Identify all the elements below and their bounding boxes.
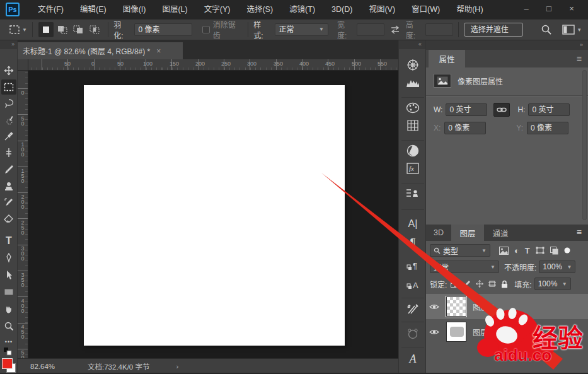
menu-filter[interactable]: 滤镜(T) xyxy=(281,0,323,19)
foreground-color-swatch[interactable] xyxy=(2,358,13,369)
3d-panel-icon[interactable] xyxy=(403,325,422,342)
canvas-document[interactable] xyxy=(84,85,345,346)
width-input[interactable] xyxy=(357,23,384,36)
character-panel-icon[interactable]: A| xyxy=(403,216,422,232)
panel-menu-icon[interactable]: ≡ xyxy=(577,54,582,64)
tab-layers[interactable]: 图层 xyxy=(451,225,484,241)
y-value-field[interactable]: 0 像素 xyxy=(527,122,568,134)
swap-dimensions-icon[interactable] xyxy=(389,25,401,34)
collapse-dock-button[interactable]: « xyxy=(399,40,425,49)
layer-thumbnail[interactable] xyxy=(446,322,466,342)
menu-layer[interactable]: 图层(L) xyxy=(154,0,195,19)
menu-file[interactable]: 文件(F) xyxy=(30,0,72,19)
path-selection-tool[interactable] xyxy=(1,267,16,283)
workspace-icon[interactable] xyxy=(562,25,575,35)
quick-selection-tool[interactable] xyxy=(1,112,16,127)
intersect-selection-button[interactable] xyxy=(87,22,102,37)
maximize-button[interactable]: □ xyxy=(538,0,560,16)
x-value-field[interactable]: 0 像素 xyxy=(444,122,486,134)
filter-shape-icon[interactable] xyxy=(536,247,545,254)
menu-select[interactable]: 选择(S) xyxy=(238,0,281,19)
menu-image[interactable]: 图像(I) xyxy=(115,0,154,19)
canvas-pasteboard[interactable] xyxy=(28,71,398,358)
style-select[interactable]: 正常 ▼ xyxy=(275,23,328,36)
panel-scrollbar[interactable] xyxy=(582,70,587,220)
lock-pixels-icon[interactable] xyxy=(463,280,471,288)
filter-smart-object-icon[interactable] xyxy=(550,247,558,255)
add-selection-button[interactable] xyxy=(55,22,70,37)
paragraph-panel-icon[interactable]: ¶ xyxy=(403,235,422,251)
opacity-select[interactable]: 100% ▼ xyxy=(539,260,575,273)
tab-3d[interactable]: 3D xyxy=(426,225,451,241)
antialias-checkbox[interactable] xyxy=(202,26,210,33)
eraser-tool[interactable] xyxy=(1,211,16,226)
lock-all-icon[interactable] xyxy=(501,280,508,288)
collapse-tools-button[interactable]: » xyxy=(0,40,17,49)
layer-filter-select[interactable]: 类型 ▼ xyxy=(430,244,490,257)
vertical-ruler[interactable]: 0 50 100 150 200 250 300 350 400 450 500 xyxy=(18,71,28,358)
menu-edit[interactable]: 编辑(E) xyxy=(72,0,115,19)
new-selection-button[interactable] xyxy=(38,22,54,37)
chevron-down-icon[interactable]: ▼ xyxy=(577,27,582,33)
histogram-panel-icon[interactable] xyxy=(403,74,422,91)
height-input[interactable] xyxy=(425,23,453,36)
tab-close-icon[interactable]: × xyxy=(156,47,161,56)
blend-mode-select[interactable]: 正常 ▼ xyxy=(430,260,499,273)
hand-tool[interactable] xyxy=(1,301,16,317)
styles-panel-icon[interactable]: fx xyxy=(403,160,422,177)
layer-row-4[interactable]: 图层 4 xyxy=(426,294,588,319)
link-dimensions-button[interactable] xyxy=(493,103,510,117)
menu-window[interactable]: 窗口(W) xyxy=(403,0,448,19)
type-tool[interactable]: T xyxy=(1,233,16,248)
horizontal-ruler[interactable]: 50 0 50 100 150 200 250 300 350 400 450 … xyxy=(28,59,398,71)
swatches-panel-icon[interactable] xyxy=(403,117,422,134)
spot-healing-brush-tool[interactable] xyxy=(1,145,16,160)
navigator-panel-icon[interactable] xyxy=(403,57,422,73)
brush-tool[interactable] xyxy=(1,162,16,177)
move-tool[interactable] xyxy=(1,63,16,78)
adjustments-panel-icon[interactable] xyxy=(403,143,422,159)
menu-type[interactable]: 文字(Y) xyxy=(196,0,239,19)
glyphs-panel-icon[interactable]: A xyxy=(403,351,422,367)
rectangular-marquee-tool[interactable] xyxy=(1,79,16,95)
collapse-panels-button[interactable]: » xyxy=(426,40,588,50)
search-icon[interactable] xyxy=(541,24,552,35)
feather-input[interactable]: 0 像素 xyxy=(134,23,192,36)
minimize-button[interactable]: – xyxy=(515,0,538,16)
menu-view[interactable]: 视图(V) xyxy=(360,0,403,19)
tab-properties[interactable]: 属性 xyxy=(429,50,465,67)
zoom-level[interactable]: 82.64% xyxy=(30,363,55,370)
lock-position-icon[interactable] xyxy=(476,280,483,288)
paragraph-styles-panel-icon[interactable]: ¶ xyxy=(403,257,422,274)
tool-preset-picker[interactable]: ▼ xyxy=(9,25,27,35)
visibility-toggle[interactable] xyxy=(426,303,442,310)
character-styles-panel-icon[interactable]: A xyxy=(403,276,422,293)
layer-name[interactable]: 图层 3 xyxy=(473,327,494,337)
lock-artboard-icon[interactable] xyxy=(488,280,496,288)
document-tab[interactable]: 未标题-1 @ 82.6% (图层 4, RGB/8#) * × xyxy=(18,42,183,59)
panel-menu-icon[interactable]: ≡ xyxy=(577,227,582,237)
menu-help[interactable]: 帮助(H) xyxy=(448,0,491,19)
tab-channels[interactable]: 通道 xyxy=(484,225,517,241)
pen-tool[interactable] xyxy=(1,250,16,266)
zoom-tool[interactable] xyxy=(1,318,16,334)
color-panel-icon[interactable] xyxy=(403,100,422,116)
width-value-field[interactable]: 0 英寸 xyxy=(446,103,487,116)
select-and-mask-button[interactable]: 选择并遮住 ... xyxy=(464,23,524,37)
filter-type-icon[interactable]: T xyxy=(525,246,530,255)
menu-3d[interactable]: 3D(D) xyxy=(323,0,360,19)
height-value-field[interactable]: 0 英寸 xyxy=(528,103,570,116)
status-chevron-icon[interactable]: › xyxy=(176,363,178,370)
history-brush-tool[interactable] xyxy=(1,195,16,210)
clone-stamp-tool[interactable] xyxy=(1,178,16,194)
rectangle-shape-tool[interactable] xyxy=(1,284,16,300)
lock-transparency-icon[interactable] xyxy=(451,280,458,288)
close-button[interactable]: × xyxy=(560,0,583,16)
subtract-selection-button[interactable] xyxy=(71,22,86,37)
lasso-tool[interactable] xyxy=(1,96,16,111)
tool-presets-panel-icon[interactable] xyxy=(403,301,422,318)
eyedropper-tool[interactable] xyxy=(1,129,16,144)
fill-select[interactable]: 100% ▼ xyxy=(534,278,571,290)
filter-adjustment-icon[interactable]: ◐ xyxy=(514,246,519,255)
filter-toggle-icon[interactable] xyxy=(564,247,570,254)
